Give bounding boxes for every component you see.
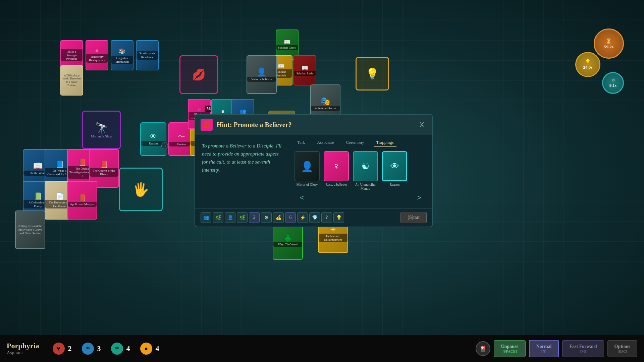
icon-q1: ? [321, 212, 332, 223]
stat-health: ♥ 2 [53, 343, 72, 355]
icon-leaf2: 🌿 [237, 212, 248, 223]
card-scholar-latin[interactable]: 📖 Scholar: Latin [293, 55, 316, 85]
unpause-button[interactable]: Unpause [SPACE] [494, 340, 525, 357]
vision-icon: 👁 [111, 343, 123, 355]
card-difficulty[interactable]: A Difficulty at Work: Demotion to a Juni… [60, 65, 83, 96]
card-reason-slot[interactable]: 👁 Reason [140, 122, 166, 156]
stat-vision: 👁 4 [111, 343, 130, 355]
hint-header: 💋 Hint: Promote a Believer? X [195, 115, 432, 135]
hint-title: Hint: Promote a Believer? [217, 121, 413, 129]
hint-nav-right[interactable]: > [417, 193, 421, 202]
mind-icon: 👁 [82, 343, 94, 355]
hint-footer-icons: 👥 🌿 👤 🌿 2 ⚙ 💰 6 ⚡ 💎 ? 💡 [201, 212, 344, 223]
funds-icon: ● [140, 343, 152, 355]
stat-funds: ● 4 [140, 343, 159, 355]
vision-value: 4 [126, 344, 130, 353]
icon-crowd: 👥 [201, 212, 211, 223]
verb-slot-talk[interactable]: 💋 [179, 55, 218, 94]
mind-value: 3 [97, 344, 101, 353]
timer-second: 💡 24.0s [575, 52, 600, 77]
hint-card-reason[interactable]: 👁 Reason [382, 151, 407, 187]
hint-cards-area: Talk Associate Ceremony Trappings 👤 Mirr… [289, 135, 432, 208]
hint-body: To promote a Believer to a Disciple, I'l… [195, 135, 432, 208]
hint-tab-associate[interactable]: Associate [314, 138, 337, 147]
hint-dialog: 💋 Hint: Promote a Believer? X To promote… [195, 114, 433, 227]
icon-bulb: 💡 [333, 212, 344, 223]
icon-person: 👤 [225, 212, 235, 223]
card-apollo[interactable]: 📕 Apollo and Marsyas [67, 181, 97, 220]
hint-tabs: Talk Associate Ceremony Trappings [294, 138, 427, 147]
fast-forward-button[interactable]: Fast Forward [M] [562, 340, 604, 357]
start-button[interactable]: [S]tart [400, 212, 427, 223]
icon-count2: 2 [249, 212, 260, 223]
timer-third: ⊘ 9.1s [602, 72, 624, 94]
funds-value: 4 [156, 344, 159, 353]
timer-main: ⏳ 59.2s [594, 28, 624, 59]
hint-body-text: To promote a Believer to a Disciple, I'l… [195, 135, 289, 208]
icon-coin: 💰 [273, 212, 284, 223]
player-info: Porphyria Aspirant [7, 342, 39, 356]
hint-icon: 💋 [201, 119, 213, 131]
hint-footer: 👥 🌿 👤 🌿 2 ⚙ 💰 6 ⚡ 💎 ? 💡 [S]tart [195, 208, 432, 227]
icon-gem: 💎 [309, 212, 320, 223]
hint-cards-row: 👤 Mirror of Glory ♀ Rose, a believer ☯ [294, 151, 427, 191]
hint-tab-trappings[interactable]: Trappings [374, 138, 396, 147]
verb-slot-explore[interactable]: 🔭 Morland's Shop [82, 111, 121, 149]
icon-bolt: ⚡ [297, 212, 308, 223]
game-board: ⏳ 59.2s 💡 24.0s ⊘ 9.1s Skill: a Stronger… [0, 0, 644, 362]
verb-slot-work[interactable]: 🖐 [119, 168, 163, 211]
hint-card-rose[interactable]: ♀ Rose, a believer [324, 151, 349, 187]
health-icon: ♥ [53, 343, 65, 355]
options-button[interactable]: Options [ESC] [607, 340, 637, 357]
inventory-button[interactable]: 🎴 [476, 341, 490, 356]
hint-tab-talk[interactable]: Talk [294, 138, 308, 147]
card-mithraeum[interactable]: 📚 Forgotten Mithraeum [111, 40, 133, 70]
hint-close-button[interactable]: X [417, 120, 427, 130]
stat-mind: 👁 3 [82, 343, 101, 355]
card-temp-hq[interactable]: 🏛 Temporary Headquarters [86, 40, 108, 70]
bottom-buttons: 🎴 Unpause [SPACE] Normal [N] Fast Forwar… [476, 340, 637, 357]
normal-button[interactable]: Normal [N] [529, 340, 559, 357]
hint-nav: < > [294, 191, 427, 205]
icon-leaf: 🌿 [213, 212, 223, 223]
bottom-bar: Porphyria Aspirant ♥ 2 👁 3 👁 4 ● 4 🎴 Unp… [0, 335, 644, 362]
health-value: 2 [68, 344, 72, 353]
card-victor[interactable]: 👤 Victor, a believer [247, 55, 277, 94]
icon-gear1: ⚙ [261, 212, 272, 223]
icon-count6: 6 [285, 212, 296, 223]
player-name: Porphyria [7, 342, 39, 350]
card-residence[interactable]: Strathcoyne's Residence [136, 40, 159, 70]
hint-nav-left[interactable]: < [300, 193, 304, 202]
hint-card-mantra[interactable]: ☯ An Unmerciful Mantra [353, 151, 378, 191]
hint-tab-ceremony[interactable]: Ceremony [343, 138, 367, 147]
player-title: Aspirant [7, 350, 39, 356]
hint-card-mirror[interactable]: 👤 Mirror of Glory [294, 151, 320, 187]
verb-slot-cult[interactable]: 💡 [356, 57, 389, 90]
card-killing-rjis[interactable]: Killing Rjis and the Mollyweep's Grave a… [15, 210, 45, 249]
